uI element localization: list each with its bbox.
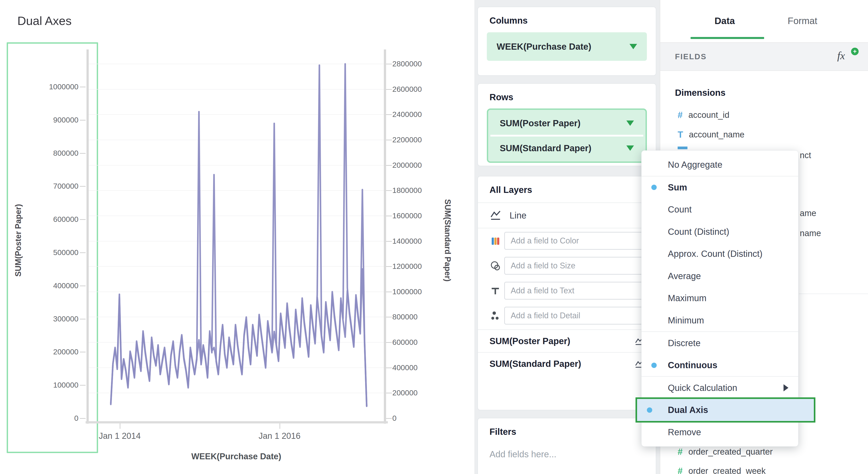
all-layers-card: All Layers Line SUM(Poster Paper)SUM(Sta…	[477, 176, 656, 410]
field-slot-color	[478, 228, 656, 253]
plus-badge-icon: +	[851, 48, 859, 55]
rows-pill-label: SUM(Standard Paper)	[500, 143, 591, 153]
menu-item-dual-axis[interactable]: Dual Axis	[637, 399, 814, 421]
field-slot-input[interactable]	[504, 232, 644, 250]
series-SUM(Standard Paper)	[111, 64, 367, 406]
active-tab-underline	[690, 37, 764, 39]
right-axis-tick-label: 2800000	[392, 60, 422, 68]
section-divider	[799, 294, 868, 294]
menu-item-count-distinct-[interactable]: Count (Distinct)	[642, 221, 798, 243]
field-item-account_name[interactable]: Taccount_name	[678, 130, 745, 140]
chevron-down-icon[interactable]	[629, 44, 637, 49]
tick-mark	[386, 393, 392, 393]
layer-row-poster-paper[interactable]: SUM(Poster Paper)	[478, 330, 656, 352]
date-number-field-icon: #	[678, 447, 683, 457]
menu-item-label: Quick Calculation	[668, 383, 737, 393]
tab-format[interactable]: Format	[787, 15, 817, 26]
menu-item-approx-count-distinct-[interactable]: Approx. Count (Distinct)	[642, 243, 798, 265]
layer-row-standard-paper[interactable]: SUM(Standard Paper)	[478, 352, 656, 375]
left-axis-tick-label: 1000000	[11, 82, 79, 91]
menu-item-quick-calculation[interactable]: Quick Calculation	[642, 377, 798, 399]
field-slot-detail	[478, 303, 656, 328]
field-slot-input[interactable]	[504, 307, 644, 325]
gridline	[89, 215, 384, 216]
field-item-order_created_week[interactable]: #order_created_week	[678, 466, 766, 474]
rows-heading: Rows	[478, 84, 656, 102]
field-item-account_id[interactable]: #account_id	[678, 110, 730, 120]
tick-mark	[80, 153, 86, 154]
menu-item-maximum[interactable]: Maximum	[642, 287, 798, 309]
columns-card: Columns WEEK(Purchase Date)	[477, 7, 656, 76]
menu-item-label: Minimum	[668, 315, 704, 326]
chart-type-line[interactable]: Line	[478, 203, 656, 228]
right-axis-tick-label: 1800000	[392, 186, 422, 195]
tick-mark	[386, 215, 392, 216]
field-slot-text	[478, 278, 656, 303]
right-axis-tick-label: 2600000	[392, 85, 422, 94]
color-icon	[490, 235, 504, 246]
filters-dropzone[interactable]: Add fields here...	[478, 437, 656, 459]
menu-item-label: Maximum	[668, 293, 706, 303]
filters-card: Filters Add fields here...	[477, 418, 656, 474]
tab-data[interactable]: Data	[714, 15, 735, 26]
fields-label: FIELDS	[675, 52, 707, 61]
chart-title: Dual Axes	[18, 14, 71, 28]
chevron-down-icon[interactable]	[626, 145, 634, 151]
menu-item-label: Average	[668, 271, 701, 281]
gridline	[89, 89, 384, 90]
columns-pill-week-purchase-date[interactable]: WEEK(Purchase Date)	[487, 32, 647, 61]
selected-dot-icon	[651, 185, 657, 190]
field-label: order_created_week	[688, 466, 766, 474]
tick-mark	[386, 64, 392, 64]
chevron-down-icon[interactable]	[626, 121, 634, 126]
field-label: account_id	[688, 110, 730, 120]
clipped-field-text: ame	[800, 208, 816, 218]
field-item-order_created_quarter[interactable]: #order_created_quarter	[678, 447, 773, 457]
rows-pill-standard-paper[interactable]: SUM(Standard Paper)	[490, 137, 644, 160]
field-slot-input[interactable]	[504, 282, 644, 300]
app-window: Dual Axes 010000020000030000040000050000…	[0, 0, 868, 474]
tick-mark	[386, 89, 392, 90]
right-axis-tick-label: 200000	[392, 388, 417, 397]
rows-highlight-box: SUM(Poster Paper) SUM(Standard Paper)	[487, 108, 647, 163]
menu-item-discrete[interactable]: Discrete	[642, 332, 798, 354]
selected-dot-icon	[647, 407, 652, 413]
menu-item-no-aggregate[interactable]: No Aggregate	[642, 154, 798, 176]
gridline	[89, 317, 384, 317]
rows-pill-poster-paper[interactable]: SUM(Poster Paper)	[490, 111, 644, 135]
gridline	[89, 64, 384, 64]
left-axis-tick-label: 0	[11, 414, 79, 422]
menu-item-average[interactable]: Average	[642, 265, 798, 287]
x-axis-title: WEEK(Purchase Date)	[191, 452, 281, 461]
selected-dot-icon	[651, 363, 657, 368]
menu-item-minimum[interactable]: Minimum	[642, 309, 798, 332]
menu-item-sum[interactable]: Sum	[642, 176, 798, 199]
menu-item-remove[interactable]: Remove	[642, 421, 798, 443]
add-calculated-field-button[interactable]: fx +	[837, 49, 857, 64]
tick-mark	[386, 266, 392, 267]
layer-row-label: SUM(Poster Paper)	[490, 336, 570, 346]
right-axis-tick-label: 2200000	[392, 135, 422, 144]
dimensions-heading: Dimensions	[675, 88, 725, 98]
menu-item-continuous[interactable]: Continuous	[642, 354, 798, 376]
left-axis-line	[87, 49, 89, 424]
right-axis-tick-label: 1400000	[392, 237, 422, 245]
field-slot-input[interactable]	[504, 257, 644, 275]
tick-mark	[80, 252, 86, 253]
rows-card: Rows SUM(Poster Paper) SUM(Standard Pape…	[477, 83, 656, 166]
shelf-panel: Columns WEEK(Purchase Date) Rows SUM(Pos…	[474, 0, 660, 474]
fx-icon: fx	[837, 50, 845, 62]
menu-item-label: Remove	[668, 427, 701, 437]
tick-mark	[386, 418, 392, 419]
gridline	[89, 342, 384, 343]
filters-heading: Filters	[478, 418, 656, 437]
menu-item-count[interactable]: Count	[642, 199, 798, 221]
date-number-field-icon: #	[678, 466, 683, 474]
tick-mark	[386, 165, 392, 166]
menu-item-label: Count (Distinct)	[668, 227, 730, 237]
x-axis-tick-label: Jan 1 2014	[99, 431, 141, 441]
tick-mark	[80, 418, 86, 419]
menu-item-label: Count	[668, 204, 692, 214]
tick-mark	[80, 87, 86, 87]
pill-divider	[490, 135, 643, 137]
